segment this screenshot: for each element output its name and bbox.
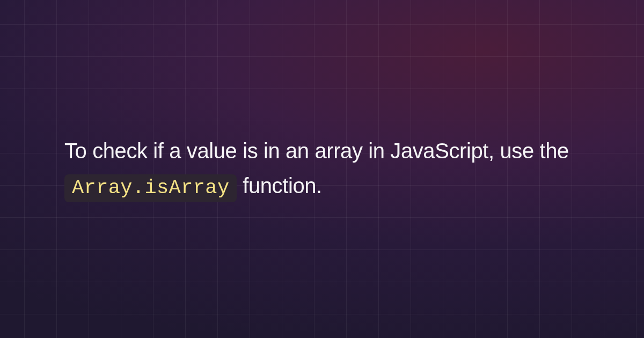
text-before-code: To check if a value is in an array in Ja…: [64, 139, 569, 163]
description-text: To check if a value is in an array in Ja…: [64, 134, 580, 204]
text-after-code: function.: [243, 174, 322, 197]
code-snippet: Array.isArray: [64, 174, 237, 202]
content-container: To check if a value is in an array in Ja…: [0, 0, 644, 338]
